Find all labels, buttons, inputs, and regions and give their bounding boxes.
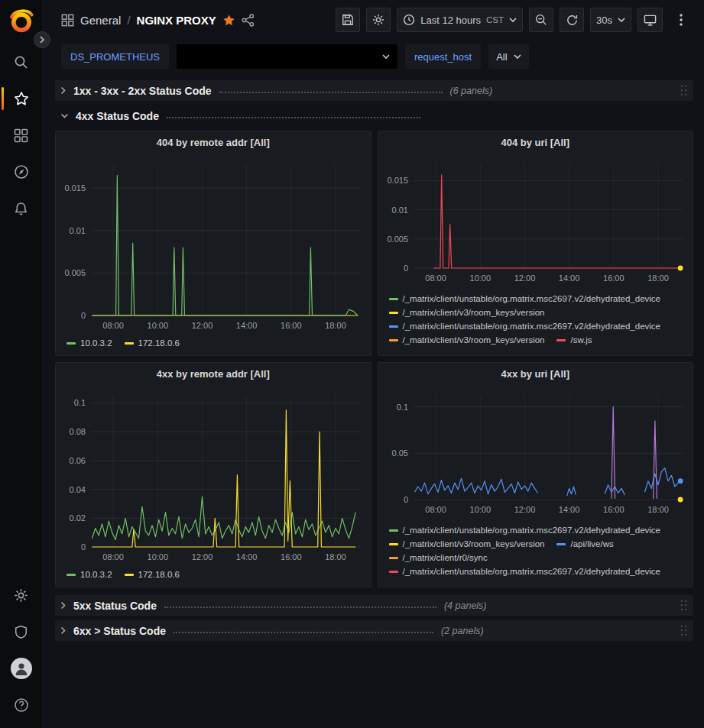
search-icon — [14, 55, 28, 70]
panel-title[interactable]: 4xx by remote addr [All] — [56, 363, 371, 385]
help-menu-item[interactable] — [0, 687, 42, 723]
legend-item[interactable]: 10.0.3.2 — [67, 568, 112, 581]
svg-text:12:00: 12:00 — [514, 505, 535, 514]
sidebar-expand-button[interactable] — [34, 31, 50, 48]
legend-series-swatch — [389, 339, 398, 341]
row-drag-handle[interactable] — [680, 624, 688, 637]
time-range-label: Last 12 hours — [420, 15, 481, 26]
starred-dashboards-menu-item[interactable] — [0, 80, 42, 117]
row-4xx-status-code[interactable]: 4xx Status Code — [55, 105, 693, 126]
legend-item[interactable]: /api/live/ws — [556, 538, 613, 551]
chart-legend: 10.0.3.2172.18.0.6 — [56, 335, 371, 351]
legend-item[interactable]: /_matrix/client/unstable/org.matrix.msc2… — [389, 293, 661, 306]
star-icon — [14, 91, 29, 106]
panel-title[interactable]: 4xx by uri [All] — [378, 363, 693, 385]
timeseries-chart[interactable]: 00.0050.010.01508:0010:0012:0014:0016:00… — [56, 154, 370, 335]
save-icon — [342, 14, 354, 26]
svg-text:0: 0 — [403, 264, 407, 273]
compass-icon — [14, 164, 29, 180]
svg-text:14:00: 14:00 — [236, 321, 258, 330]
legend-item[interactable]: /_matrix/client/v3/room_keys/version — [389, 538, 545, 551]
legend-item[interactable]: /_matrix/client/unstable/org.matrix.msc2… — [389, 565, 661, 578]
svg-text:10:00: 10:00 — [469, 273, 491, 283]
variable-select-ds-prometheus[interactable] — [177, 44, 397, 69]
row-title: 4xx Status Code — [76, 110, 159, 122]
chevron-down-icon — [509, 18, 517, 23]
monitor-icon — [644, 14, 657, 27]
legend-item[interactable]: 172.18.0.6 — [125, 337, 180, 350]
user-avatar — [11, 658, 32, 679]
breadcrumb-folder[interactable]: General — [80, 14, 121, 27]
favorite-star-icon[interactable] — [222, 14, 235, 27]
legend-item[interactable]: /_matrix/client/unstable/org.matrix.msc2… — [389, 320, 661, 333]
row-drag-handle[interactable] — [680, 599, 688, 612]
row-title: 6xx > Status Code — [73, 625, 166, 637]
person-icon — [13, 660, 30, 677]
configuration-menu-item[interactable] — [0, 577, 42, 613]
svg-text:18:00: 18:00 — [325, 552, 346, 561]
legend-item[interactable]: 10.0.3.2 — [67, 337, 112, 350]
variable-label-ds-prometheus: DS_PROMETHEUS — [61, 44, 169, 69]
panel-title[interactable]: 404 by remote addr [All] — [56, 131, 371, 154]
chevron-down-icon — [382, 54, 390, 60]
refresh-interval-picker[interactable]: 30s — [590, 8, 631, 32]
row-drag-handle[interactable] — [680, 84, 688, 97]
svg-text:0.1: 0.1 — [74, 398, 86, 407]
svg-text:0.1: 0.1 — [396, 403, 407, 412]
legend-item[interactable]: /sw.js — [556, 334, 592, 347]
legend-series-label: /_matrix/client/unstable/org.matrix.msc2… — [403, 565, 661, 578]
dashboard-variables-bar: DS_PROMETHEUS request_host All — [42, 40, 704, 75]
share-icon[interactable] — [242, 14, 255, 27]
timeseries-chart[interactable]: 00.0050.010.01508:0010:0012:0014:0016:00… — [378, 154, 693, 288]
zoom-out-button[interactable] — [529, 8, 553, 32]
row-1xx-3xx-2xx-status-code[interactable]: 1xx - 3xx - 2xx Status Code (6 panels) — [55, 80, 693, 101]
legend-series-swatch — [389, 571, 398, 573]
legend-series-swatch — [67, 574, 76, 576]
svg-text:0.06: 0.06 — [70, 456, 86, 465]
variable-value-request-host: All — [496, 51, 507, 63]
legend-series-swatch — [125, 574, 134, 576]
panel-title[interactable]: 404 by uri [All] — [378, 131, 693, 154]
legend-item[interactable]: 172.18.0.6 — [125, 568, 180, 581]
user-profile-menu-item[interactable] — [0, 650, 42, 687]
svg-text:0.02: 0.02 — [70, 513, 86, 523]
grafana-logo[interactable] — [8, 8, 34, 36]
variable-select-request-host[interactable]: All — [488, 44, 528, 69]
dotted-leader — [219, 92, 443, 93]
legend-item[interactable]: /_matrix/client/unstable/org.matrix.msc2… — [389, 524, 661, 537]
timeseries-chart[interactable]: 00.020.040.060.080.108:0010:0012:0014:00… — [56, 385, 370, 567]
svg-text:0: 0 — [81, 542, 86, 552]
shield-icon — [14, 625, 28, 639]
svg-text:0: 0 — [81, 311, 86, 320]
cycle-view-mode-button[interactable] — [637, 8, 663, 32]
search-menu-item[interactable] — [0, 44, 42, 80]
explore-menu-item[interactable] — [0, 154, 42, 190]
time-range-picker[interactable]: Last 12 hours CST — [397, 8, 523, 32]
row-5xx-status-code[interactable]: 5xx Status Code (4 panels) — [55, 595, 693, 616]
row-6xx-status-code[interactable]: 6xx > Status Code (2 panels) — [55, 620, 693, 641]
dotted-leader — [174, 632, 433, 633]
refresh-button[interactable] — [560, 8, 584, 32]
svg-text:16:00: 16:00 — [603, 273, 625, 283]
chart-legend: /_matrix/client/unstable/org.matrix.msc2… — [378, 519, 693, 580]
svg-text:0.04: 0.04 — [70, 485, 86, 494]
save-dashboard-button[interactable] — [336, 8, 360, 32]
dashboard-title[interactable]: NGINX PROXY — [137, 14, 216, 27]
legend-series-swatch — [389, 557, 398, 559]
more-options-button[interactable] — [669, 8, 693, 32]
gear-icon — [372, 14, 384, 26]
server-admin-menu-item[interactable] — [0, 613, 42, 650]
svg-text:08:00: 08:00 — [425, 273, 446, 283]
chevron-right-icon — [60, 626, 67, 635]
clock-icon — [403, 14, 415, 26]
timeseries-chart[interactable]: 00.050.108:0010:0012:0014:0016:0018:00 — [378, 385, 693, 519]
legend-item[interactable]: /_matrix/client/v3/room_keys/version — [389, 334, 545, 347]
legend-series-swatch — [556, 543, 566, 545]
legend-item[interactable]: /_matrix/client/r0/sync — [389, 552, 488, 565]
toolbar-actions: Last 12 hours CST 30s — [336, 8, 693, 32]
alerting-menu-item[interactable] — [0, 190, 42, 227]
legend-series-swatch — [556, 339, 566, 341]
dashboards-menu-item[interactable] — [0, 117, 42, 154]
legend-item[interactable]: /_matrix/client/v3/room_keys/version — [389, 306, 545, 319]
dashboard-settings-button[interactable] — [366, 8, 391, 32]
